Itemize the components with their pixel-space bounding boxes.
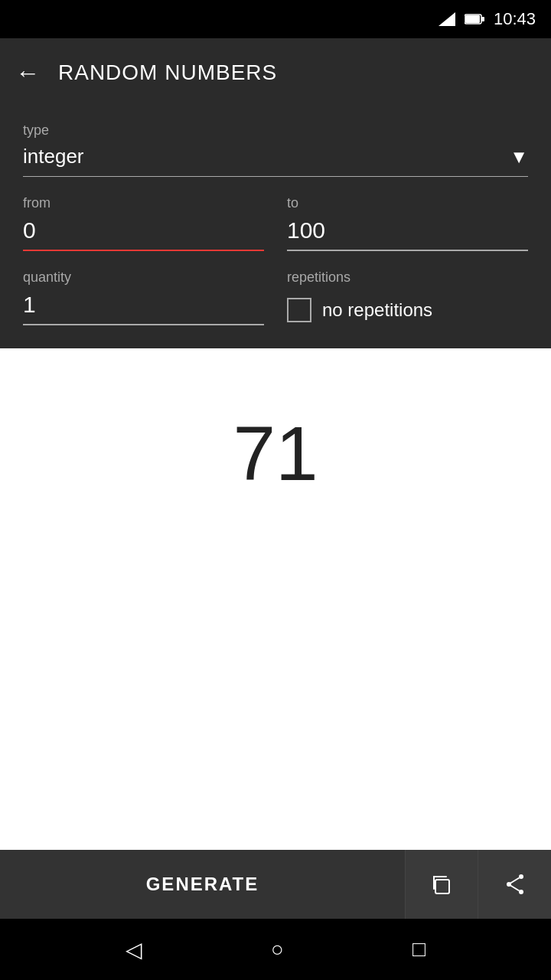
quantity-label: quantity (23, 270, 264, 286)
signal-icon (439, 12, 455, 26)
type-dropdown[interactable]: integer ▼ (23, 145, 528, 177)
svg-point-7 (519, 890, 523, 894)
repetitions-label: repetitions (287, 270, 528, 286)
copy-icon (429, 872, 454, 897)
copy-button[interactable] (406, 850, 478, 919)
share-button[interactable] (478, 850, 551, 919)
from-to-row: from to (23, 195, 528, 251)
nav-back-button[interactable]: ◁ (126, 937, 142, 962)
result-number: 71 (233, 410, 318, 498)
svg-line-9 (510, 886, 520, 891)
to-col: to (287, 195, 528, 251)
no-repetitions-label: no repetitions (322, 299, 432, 321)
chevron-down-icon: ▼ (510, 146, 528, 168)
svg-line-8 (510, 878, 520, 884)
battery-icon (465, 13, 484, 25)
generate-button[interactable]: GENERATE (0, 850, 406, 919)
quantity-input[interactable] (23, 292, 264, 325)
quantity-col: quantity (23, 270, 264, 325)
to-input[interactable] (287, 217, 528, 251)
nav-bar: ◁ ○ □ (0, 919, 551, 980)
back-button[interactable]: ← (15, 60, 40, 85)
type-label: type (23, 122, 528, 139)
bottom-bar: GENERATE (0, 850, 551, 919)
svg-marker-0 (439, 12, 455, 26)
app-title: RANDOM NUMBERS (58, 60, 277, 85)
result-area: 71 (0, 348, 551, 850)
status-bar: 10:43 (0, 0, 551, 38)
no-repetitions-checkbox[interactable] (287, 298, 311, 322)
svg-point-5 (519, 874, 523, 879)
svg-rect-3 (481, 17, 484, 21)
from-input[interactable] (23, 217, 264, 251)
app-bar: ← RANDOM NUMBERS (0, 38, 551, 107)
from-col: from (23, 195, 264, 251)
type-value: integer (23, 145, 510, 168)
status-time: 10:43 (494, 9, 536, 29)
svg-rect-4 (435, 880, 449, 893)
quantity-rep-row: quantity repetitions no repetitions (23, 270, 528, 325)
repetitions-col: repetitions no repetitions (287, 270, 528, 322)
nav-recent-button[interactable]: □ (412, 937, 425, 962)
share-icon (503, 872, 527, 897)
config-section: type integer ▼ from to quantity repetiti… (0, 107, 551, 348)
no-repetitions-row: no repetitions (287, 298, 528, 322)
svg-rect-2 (465, 15, 480, 23)
from-label: from (23, 195, 264, 211)
nav-home-button[interactable]: ○ (271, 937, 284, 962)
to-label: to (287, 195, 528, 211)
